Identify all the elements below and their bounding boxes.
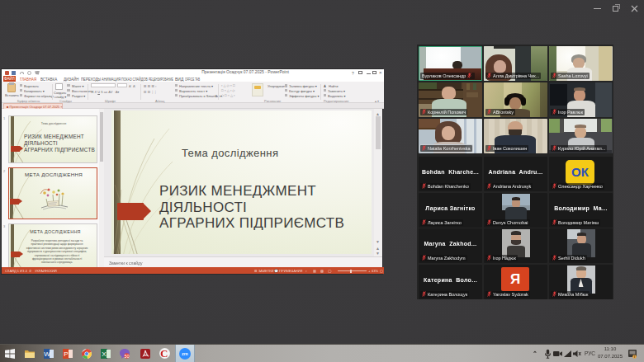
- svg-text:50: 50: [124, 354, 129, 359]
- svg-text:P: P: [64, 350, 68, 358]
- svg-text:X: X: [102, 350, 107, 358]
- svg-text:i: i: [634, 355, 635, 359]
- svg-text:W: W: [44, 350, 50, 358]
